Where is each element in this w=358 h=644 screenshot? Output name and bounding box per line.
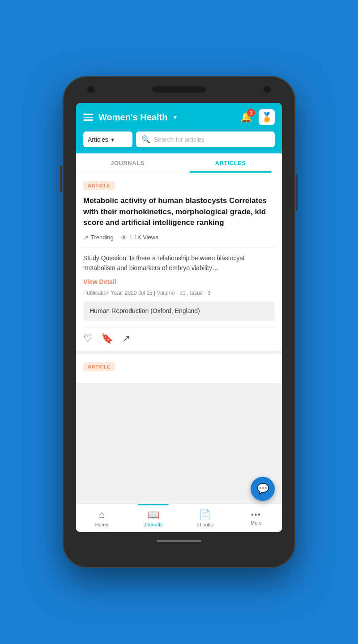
nav-item-ebooks[interactable]: 📄 Ebooks (179, 504, 230, 532)
journals-icon: 📖 (147, 509, 159, 521)
publication-info: Publication Year: 2020 Jul 15 | Volume -… (83, 290, 275, 296)
app-header: Women's Health ▾ 🔔 1 🏅 Articles (76, 103, 282, 153)
article-actions: ♡ 🔖 ↗ (83, 333, 275, 344)
dropdown-label: Articles (88, 136, 108, 143)
front-sensor (264, 86, 271, 93)
views-indicator: 👁 1.1K Views (121, 234, 158, 241)
home-indicator (157, 540, 201, 542)
hamburger-line (83, 114, 93, 115)
notification-button[interactable]: 🔔 1 (240, 111, 252, 123)
more-icon: ••• (251, 511, 261, 519)
phone-shell: Women's Health ▾ 🔔 1 🏅 Articles (63, 76, 295, 568)
ebooks-icon: 📄 (199, 509, 211, 521)
award-icon: 🏅 (261, 112, 273, 123)
nav-item-home[interactable]: ⌂ Home (76, 504, 128, 532)
tabs-bar: JOURNALS ARTICLES (76, 153, 282, 173)
search-placeholder-text: Search for articles (154, 136, 205, 143)
article-badge: ARTICLE (83, 181, 115, 190)
share-button[interactable]: ↗ (122, 333, 130, 344)
search-type-dropdown[interactable]: Articles ▾ (83, 131, 132, 147)
chat-fab-button[interactable]: 💬 (251, 477, 275, 501)
nav-label-journals: Journals (144, 522, 163, 527)
nav-item-journals[interactable]: 📖 Journals (128, 504, 179, 532)
bottom-nav: ⌂ Home 📖 Journals 📄 Ebooks ••• More (76, 504, 282, 532)
divider-bottom (83, 327, 275, 327)
volume-button (60, 165, 62, 192)
notification-badge: 1 (247, 109, 255, 117)
dropdown-chevron-icon: ▾ (111, 136, 114, 143)
trending-label: Trending (91, 234, 114, 241)
tab-journals[interactable]: JOURNALS (76, 153, 179, 173)
chat-icon: 💬 (257, 483, 269, 495)
header-top-row: Women's Health ▾ 🔔 1 🏅 (83, 109, 275, 125)
journal-name-pill: Human Reproduction (Oxford, England) (83, 301, 275, 321)
phone-speaker (152, 86, 206, 93)
hamburger-menu-button[interactable] (83, 114, 93, 121)
search-icon: 🔍 (141, 135, 150, 144)
hamburger-line (83, 119, 93, 121)
nav-active-indicator (138, 504, 169, 505)
eye-icon: 👁 (121, 234, 127, 241)
content-area: ARTICLE Metabolic activity of human blas… (76, 173, 282, 504)
phone-bottom (157, 532, 201, 550)
user-avatar-badge[interactable]: 🏅 (259, 109, 275, 125)
article-meta: ↗ Trending 👁 1.1K Views (83, 234, 275, 241)
bookmark-button[interactable]: 🔖 (101, 333, 113, 344)
hamburger-line (83, 117, 93, 118)
nav-label-more: More (251, 520, 262, 525)
phone-screen: Women's Health ▾ 🔔 1 🏅 Articles (76, 103, 282, 532)
article-badge-2: ARTICLE (83, 362, 115, 371)
article-excerpt: Study Question: Is there a relationship … (83, 253, 275, 273)
phone-top-bar (63, 76, 295, 103)
like-button[interactable]: ♡ (83, 333, 92, 344)
nav-label-ebooks: Ebooks (196, 522, 213, 527)
nav-item-more[interactable]: ••• More (230, 504, 282, 532)
header-title: Women's Health (98, 112, 167, 123)
search-bar: Articles ▾ 🔍 Search for articles (83, 131, 275, 153)
views-count: 1.1K Views (129, 234, 158, 241)
power-button (296, 174, 298, 210)
trending-icon: ↗ (83, 234, 89, 241)
article-card: ARTICLE Metabolic activity of human blas… (76, 173, 282, 351)
divider (83, 247, 275, 248)
header-left: Women's Health ▾ (83, 112, 177, 123)
front-camera (87, 86, 94, 93)
trending-indicator: ↗ Trending (83, 234, 114, 241)
article-card-2: ARTICLE (76, 354, 282, 383)
header-right: 🔔 1 🏅 (240, 109, 275, 125)
tab-articles[interactable]: ARTICLES (179, 153, 282, 173)
chevron-down-icon[interactable]: ▾ (174, 114, 177, 121)
nav-label-home: Home (95, 522, 108, 527)
search-input-wrapper[interactable]: 🔍 Search for articles (136, 131, 275, 147)
article-title: Metabolic activity of human blastocysts … (83, 195, 275, 229)
view-detail-link[interactable]: View Detail (83, 278, 116, 285)
home-icon: ⌂ (99, 509, 105, 521)
